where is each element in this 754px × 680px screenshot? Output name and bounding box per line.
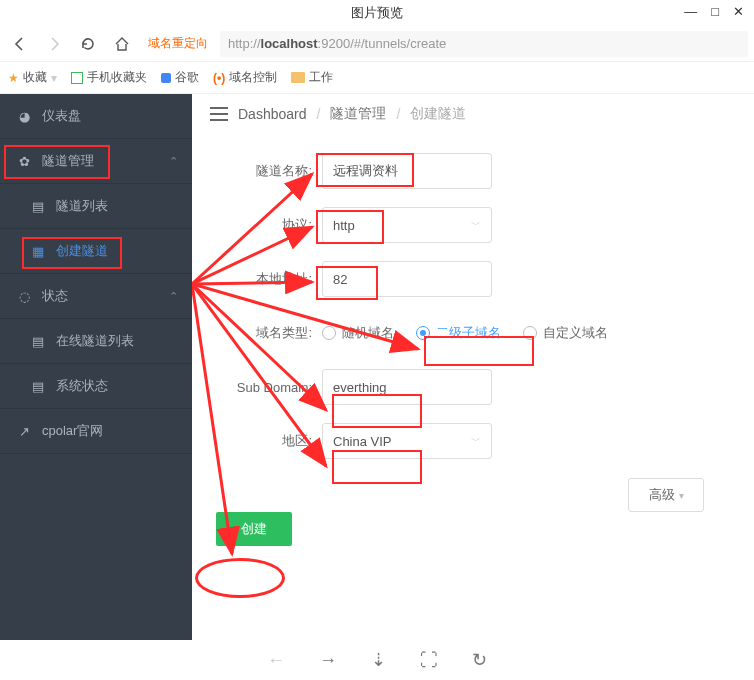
advanced-button[interactable]: 高级▾ (628, 478, 704, 512)
forward-icon (40, 30, 68, 58)
radio-label: 二级子域名 (436, 324, 501, 342)
select-value: http (333, 218, 355, 233)
protocol-label: 协议: (202, 216, 322, 234)
close-icon[interactable]: ✕ (733, 4, 744, 19)
bookmark-work[interactable]: 工作 (291, 69, 333, 86)
list-icon: ▤ (30, 379, 46, 394)
breadcrumb-sep: / (317, 106, 321, 122)
breadcrumb-mid[interactable]: 隧道管理 (330, 105, 386, 123)
sidebar-item-label: cpolar官网 (42, 422, 103, 440)
local-addr-label: 本地地址: (202, 270, 322, 288)
back-icon[interactable] (6, 30, 34, 58)
bookmark-domain[interactable]: (•)域名控制 (213, 69, 277, 86)
url-host: localhost (261, 36, 318, 51)
radio-label: 自定义域名 (543, 324, 608, 342)
protocol-select[interactable]: http﹀ (322, 207, 492, 243)
redirect-badge: 域名重定向 (148, 35, 208, 52)
breadcrumb-current: 创建隧道 (410, 105, 466, 123)
sidebar-item-label: 状态 (42, 287, 68, 305)
bookmark-mobile[interactable]: 手机收藏夹 (71, 69, 147, 86)
bookmark-label: 手机收藏夹 (87, 69, 147, 86)
tunnel-name-input[interactable]: 远程调资料 (322, 153, 492, 189)
button-label: 高级 (649, 486, 675, 504)
maximize-icon[interactable]: □ (711, 4, 719, 19)
reload-icon[interactable] (74, 30, 102, 58)
star-icon: ★ (8, 71, 19, 85)
breadcrumb-sep: / (396, 106, 400, 122)
mobile-fav-icon (71, 72, 83, 84)
sidebar-item-dashboard[interactable]: ◕仪表盘 (0, 94, 192, 139)
breadcrumb-root[interactable]: Dashboard (238, 106, 307, 122)
url-protocol: http:// (228, 36, 261, 51)
local-addr-input[interactable]: 82 (322, 261, 492, 297)
bookmark-label: 收藏 (23, 69, 47, 86)
chevron-down-icon: ﹀ (471, 434, 481, 448)
list-icon: ▤ (30, 334, 46, 349)
fullscreen-icon[interactable]: ⛶ (420, 650, 438, 671)
create-button[interactable]: 创建 (216, 512, 292, 546)
folder-icon (291, 72, 305, 83)
menu-toggle-icon[interactable] (210, 107, 228, 121)
radio-sub-domain[interactable]: 二级子域名 (416, 324, 501, 342)
sidebar-item-tunnel-list[interactable]: ▤隧道列表 (0, 184, 192, 229)
rotate-icon[interactable]: ↻ (472, 649, 487, 671)
sidebar-item-label: 系统状态 (56, 377, 108, 395)
chevron-down-icon: ⌃ (169, 290, 178, 303)
external-link-icon: ↗ (16, 424, 32, 439)
bookmark-label: 域名控制 (229, 69, 277, 86)
button-label: 创建 (241, 520, 267, 538)
next-image-icon[interactable]: → (319, 650, 337, 671)
sidebar-item-label: 仪表盘 (42, 107, 81, 125)
sidebar-item-label: 在线隧道列表 (56, 332, 134, 350)
region-select[interactable]: China VIP﹀ (322, 423, 492, 459)
list-icon: ▤ (30, 199, 46, 214)
grid-icon: ▦ (30, 244, 46, 259)
region-label: 地区: (202, 432, 322, 450)
sidebar-item-tunnel-mgmt[interactable]: ✿隧道管理⌃ (0, 139, 192, 184)
sidebar-item-cpolar[interactable]: ↗cpolar官网 (0, 409, 192, 454)
sidebar-item-sys-status[interactable]: ▤系统状态 (0, 364, 192, 409)
radio-label: 随机域名 (342, 324, 394, 342)
url-field[interactable]: http://localhost:9200/#/tunnels/create (220, 31, 748, 57)
home-icon[interactable] (108, 30, 136, 58)
tunnel-name-label: 隧道名称: (202, 162, 322, 180)
main-content: Dashboard / 隧道管理 / 创建隧道 隧道名称: 远程调资料 协议: … (192, 94, 754, 640)
radio-custom-domain[interactable]: 自定义域名 (523, 324, 608, 342)
select-value: China VIP (333, 434, 392, 449)
sidebar-item-label: 隧道列表 (56, 197, 108, 215)
preview-toolbar: ← → ⇣ ⛶ ↻ (0, 640, 754, 680)
radio-dot-icon (416, 326, 430, 340)
domain-type-label: 域名类型: (202, 324, 322, 342)
sidebar: ◕仪表盘 ✿隧道管理⌃ ▤隧道列表 ▦创建隧道 ◌状态⌃ ▤在线隧道列表 ▤系统… (0, 94, 192, 640)
chevron-down-icon: ﹀ (471, 218, 481, 232)
radio-random-domain[interactable]: 随机域名 (322, 324, 394, 342)
radio-dot-icon (322, 326, 336, 340)
subdomain-label: Sub Domain: (202, 380, 322, 395)
download-icon[interactable]: ⇣ (371, 649, 386, 671)
gauge-icon: ◕ (16, 109, 32, 124)
chevron-down-icon: ⌃ (169, 155, 178, 168)
subdomain-input[interactable]: everthing (322, 369, 492, 405)
google-icon (161, 73, 171, 83)
bookmark-label: 谷歌 (175, 69, 199, 86)
bookmark-google[interactable]: 谷歌 (161, 69, 199, 86)
sidebar-item-label: 创建隧道 (56, 242, 108, 260)
input-value: 远程调资料 (333, 162, 398, 180)
bookmark-fav[interactable]: ★收藏▾ (8, 69, 57, 86)
url-path: :9200/#/tunnels/create (318, 36, 447, 51)
input-value: 82 (333, 272, 347, 287)
chevron-down-icon: ▾ (679, 490, 684, 501)
domain-icon: (•) (213, 71, 225, 85)
gear-icon: ✿ (16, 154, 32, 169)
sidebar-item-create-tunnel[interactable]: ▦创建隧道 (0, 229, 192, 274)
sidebar-item-status[interactable]: ◌状态⌃ (0, 274, 192, 319)
input-value: everthing (333, 380, 386, 395)
prev-image-icon[interactable]: ← (267, 650, 285, 671)
minimize-icon[interactable]: — (684, 4, 697, 19)
sidebar-item-label: 隧道管理 (42, 152, 94, 170)
window-title: 图片预览 (351, 4, 403, 22)
sidebar-item-online-list[interactable]: ▤在线隧道列表 (0, 319, 192, 364)
bookmark-label: 工作 (309, 69, 333, 86)
radio-dot-icon (523, 326, 537, 340)
annotation-ellipse (195, 558, 285, 598)
